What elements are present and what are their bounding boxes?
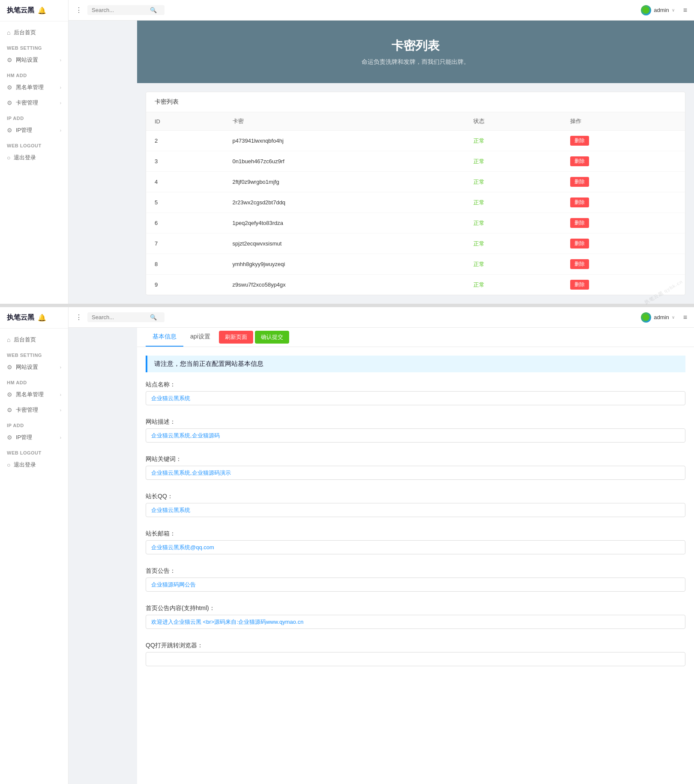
admin-menu-2[interactable]: admin ∨ (641, 312, 674, 323)
delete-button[interactable]: 删除 (570, 197, 589, 207)
delete-button[interactable]: 删除 (570, 177, 589, 187)
home-icon-2: ⌂ (7, 336, 10, 343)
form-input-site-notice[interactable] (146, 578, 685, 592)
form-label-site-desc: 网站描述： (146, 418, 685, 426)
data-table: ID 卡密 状态 操作 2 p473941lwxnqbfo4hj 正常 删除 3… (146, 112, 685, 295)
search-icon[interactable]: 🔍 (150, 7, 157, 13)
notice-box: 请注意，您当前正在配置网站基本信息 (146, 356, 685, 372)
sidebar-item-blacklist[interactable]: ⚙ 黑名单管理 › (0, 80, 68, 95)
chevron-right-icon-5: › (60, 435, 61, 440)
main-content-2: 基本信息 api设置 刷新页面 确认提交 请注意，您当前正在配置网站基本信息 站… (137, 328, 694, 784)
sidebar-item-label: 网站设置 (16, 56, 57, 64)
sidebar-item-blacklist-2[interactable]: ⚙ 黑名单管理 › (0, 387, 68, 402)
cell-action: 删除 (562, 213, 685, 233)
sidebar-item-label: 退出登录 (14, 154, 61, 162)
sidebar-item-dashboard-2[interactable]: ⌂ 后台首页 (0, 332, 68, 347)
search-icon-2[interactable]: 🔍 (150, 314, 157, 320)
sidebar-item-label: 后台首页 (14, 29, 61, 36)
chevron-right-icon: › (60, 128, 61, 133)
tab-bar: 基本信息 api设置 刷新页面 确认提交 (137, 328, 694, 347)
header-2: ⋮ 🔍 admin ∨ ≡ (69, 307, 694, 328)
delete-button[interactable]: 删除 (570, 218, 589, 228)
delete-button[interactable]: 删除 (570, 239, 589, 248)
sidebar-item-label: 卡密管理 (16, 99, 57, 107)
logo-text: 执笔云黑 (7, 6, 34, 15)
cell-status: 正常 (465, 151, 562, 172)
form-field-site-qq-browser: QQ打开跳转浏览器： (137, 642, 694, 679)
svg-point-1 (643, 314, 649, 321)
search-input-2[interactable] (92, 314, 147, 320)
sidebar-item-card[interactable]: ⚙ 卡密管理 › (0, 95, 68, 111)
sidebar-item-dashboard[interactable]: ⌂ 后台首页 (0, 25, 68, 40)
chevron-right-icon-2: › (60, 365, 61, 370)
sidebar: 执笔云黑 🔔 ⌂ 后台首页 WEB SETTING ⚙ 网站设置 › HM AD… (0, 0, 69, 304)
table-row: 8 ymhh8gkyy9jwuyzeqi 正常 删除 (146, 254, 685, 275)
sidebar-item-card-2[interactable]: ⚙ 卡密管理 › (0, 402, 68, 418)
cell-action: 删除 (562, 254, 685, 275)
circle-icon-2: ○ (7, 461, 10, 468)
menu-icon-2[interactable]: ⋮ (75, 313, 82, 321)
table-row: 7 spjzt2ecqwvxsismut 正常 删除 (146, 233, 685, 254)
tab-api[interactable]: api设置 (183, 328, 217, 347)
chevron-right-icon-3: › (60, 392, 61, 397)
avatar (641, 5, 651, 15)
sidebar-item-web-settings[interactable]: ⚙ 网站设置 › (0, 52, 68, 68)
bell-icon-2[interactable]: 🔔 (38, 314, 46, 322)
search-wrap: 🔍 (87, 5, 165, 15)
form-input-site-qq[interactable] (146, 503, 685, 517)
delete-button[interactable]: 删除 (570, 280, 589, 290)
banner-subtitle: 命运负责洗牌和发牌，而我们只能出牌。 (146, 58, 685, 66)
bell-icon[interactable]: 🔔 (38, 6, 46, 15)
refresh-button[interactable]: 刷新页面 (219, 331, 253, 344)
gear-icon: ⚙ (7, 84, 12, 91)
form-input-site-name[interactable] (146, 391, 685, 405)
menu-icon[interactable]: ⋮ (75, 6, 82, 14)
sidebar-item-ip[interactable]: ⚙ IP管理 › (0, 123, 68, 138)
sidebar-item-logout[interactable]: ○ 退出登录 (0, 150, 68, 165)
col-id: ID (146, 112, 224, 131)
cell-card: 2r23wx2cgsd2bt7ddq (224, 192, 465, 213)
cell-status: 正常 (465, 254, 562, 275)
sidebar-item-label: 网站设置 (16, 363, 57, 371)
main-content: 卡密列表 命运负责洗牌和发牌，而我们只能出牌。 卡密列表 ID 卡密 状态 操作 (137, 21, 694, 304)
logo: 执笔云黑 🔔 (0, 0, 68, 21)
sidebar-item-label: 退出登录 (14, 461, 61, 469)
hamburger-icon[interactable]: ≡ (683, 6, 687, 14)
sidebar-item-web-settings-2[interactable]: ⚙ 网站设置 › (0, 359, 68, 375)
gear-icon: ⚙ (7, 99, 12, 106)
gear-icon-2: ⚙ (7, 364, 12, 371)
chevron-right-icon-4: › (60, 408, 61, 413)
logo-2: 执笔云黑 🔔 (0, 307, 68, 329)
delete-button[interactable]: 删除 (570, 259, 589, 269)
cell-status: 正常 (465, 172, 562, 192)
cell-id: 7 (146, 233, 224, 254)
section-title-logout: WEB LOGOUT (0, 138, 68, 150)
admin-menu[interactable]: admin ∨ (641, 5, 674, 15)
form-label-site-name: 站点名称： (146, 381, 685, 389)
cell-status: 正常 (465, 233, 562, 254)
form-label-site-notice: 首页公告： (146, 567, 685, 575)
cell-action: 删除 (562, 151, 685, 172)
chevron-right-icon: › (60, 101, 61, 105)
confirm-button[interactable]: 确认提交 (255, 331, 289, 344)
delete-button[interactable]: 删除 (570, 136, 589, 146)
cell-card: p473941lwxnqbfo4hj (224, 131, 465, 151)
form-input-site-qq-browser[interactable] (146, 652, 685, 666)
tab-basic[interactable]: 基本信息 (146, 328, 183, 347)
sidebar-item-logout-2[interactable]: ○ 退出登录 (0, 457, 68, 473)
form-input-site-notice-content[interactable] (146, 615, 685, 629)
sidebar-nav: ⌂ 后台首页 WEB SETTING ⚙ 网站设置 › HM ADD ⚙ 黑名单… (0, 21, 68, 169)
hamburger-icon-2[interactable]: ≡ (683, 314, 687, 321)
form-input-site-email[interactable] (146, 540, 685, 554)
delete-button[interactable]: 删除 (570, 156, 589, 166)
chevron-right-icon: › (60, 58, 61, 63)
search-input[interactable] (92, 7, 147, 13)
col-action: 操作 (562, 112, 685, 131)
sidebar-item-ip-2[interactable]: ⚙ IP管理 › (0, 430, 68, 445)
form-fields: 站点名称： 网站描述： 网站关键词： 站长QQ： 站长邮箱： 首页公告： 首页公… (137, 381, 694, 679)
chevron-right-icon: › (60, 85, 61, 90)
form-input-site-desc[interactable] (146, 428, 685, 443)
cell-card: z9swu7f2xco58yp4gx (224, 275, 465, 295)
form-input-site-keywords[interactable] (146, 466, 685, 480)
sidebar-item-label: 黑名单管理 (16, 84, 57, 91)
